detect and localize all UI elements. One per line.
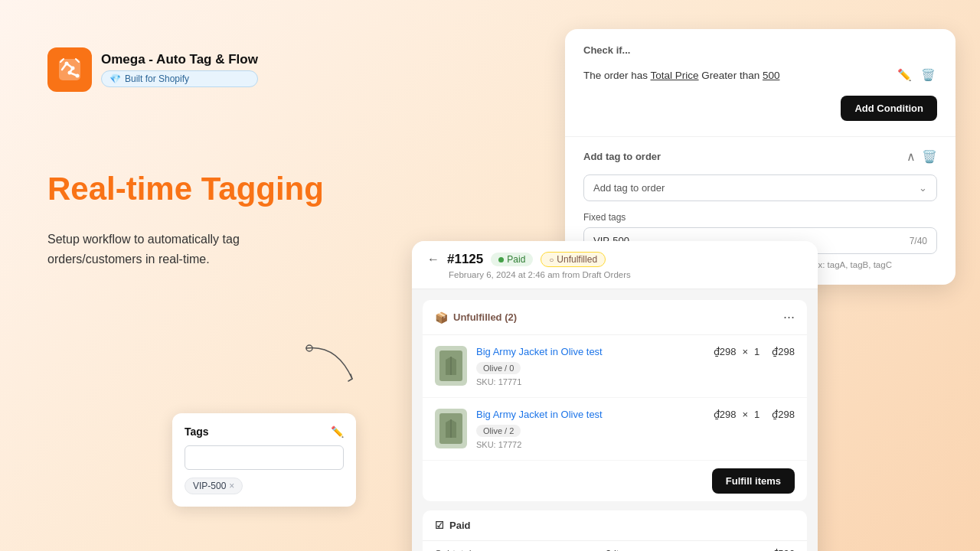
item-pricing-2: ₫298 × 1 ₫298 (714, 409, 795, 420)
diamond-icon: 💎 (109, 73, 121, 84)
edit-icon[interactable]: ✏️ (331, 425, 344, 438)
item-total-1: ₫298 (772, 346, 795, 357)
tags-input[interactable] (185, 445, 344, 470)
order-item: Big Army Jacket in Olive test Olive / 2 … (423, 398, 807, 461)
item-price-1: ₫298 (714, 346, 737, 357)
subtotal-items: 2 items (606, 548, 638, 551)
item-sku-2: SKU: 17772 (476, 440, 704, 449)
order-date: February 6, 2024 at 2:46 am from Draft O… (449, 270, 802, 279)
subtotal-row: Subtotal 2 items ₫596 (423, 541, 807, 551)
order-item: Big Army Jacket in Olive test Olive / 0 … (423, 335, 807, 398)
item-total-2: ₫298 (772, 409, 795, 420)
tag-chip-label: VIP-500 (193, 481, 226, 491)
paid-dot (498, 257, 504, 262)
item-multiply-1: × (742, 346, 748, 357)
tags-card-header: Tags ✏️ (185, 425, 344, 438)
order-number: #1125 (447, 252, 483, 267)
logo-text: Omega - Auto Tag & Flow 💎 Built for Shop… (101, 52, 258, 87)
subtotal-amount: ₫596 (772, 548, 795, 551)
fixed-tags-count: 7/40 (910, 236, 927, 246)
svg-point-3 (68, 71, 72, 75)
svg-point-4 (76, 74, 80, 78)
item-variant-1: Olive / 0 (476, 362, 521, 374)
add-tag-dropdown[interactable]: Add tag to order ⌄ (583, 174, 937, 201)
check-label: Check if... (583, 44, 937, 56)
tag-section-header: Add tag to order ∧ 🗑️ (583, 149, 937, 164)
unfulfilled-badge: ○ Unfulfilled (541, 252, 606, 267)
fulfill-items-button[interactable]: Fulfill items (712, 468, 795, 494)
main-headline: Real-time Tagging (47, 171, 324, 207)
tag-chip-area: VIP-500 × (185, 478, 344, 494)
paid-label: Paid (507, 254, 525, 265)
item-name-2[interactable]: Big Army Jacket in Olive test (476, 409, 704, 420)
subtotal-label: Subtotal (435, 548, 472, 551)
item-name-1[interactable]: Big Army Jacket in Olive test (476, 346, 704, 357)
item-qty-1: 1 (754, 346, 760, 357)
condition-actions: ✏️ 🗑️ (896, 67, 937, 83)
collapse-icon[interactable]: ∧ (906, 149, 916, 164)
fulfillment-footer: Fulfill items (423, 461, 807, 501)
back-arrow-icon[interactable]: ← (427, 253, 439, 266)
fixed-tags-label: Fixed tags (583, 212, 937, 223)
fulfillment-header: 📦 Unfulfilled (2) ··· (423, 300, 807, 335)
delete-tag-section-icon[interactable]: 🗑️ (922, 149, 937, 164)
app-title: Omega - Auto Tag & Flow (101, 52, 258, 67)
logo-area: Omega - Auto Tag & Flow 💎 Built for Shop… (47, 47, 258, 92)
payment-icon: ☑ (435, 520, 444, 531)
item-details-2: Big Army Jacket in Olive test Olive / 2 … (476, 409, 704, 449)
more-options-button[interactable]: ··· (783, 309, 795, 325)
fulfillment-title: 📦 Unfulfilled (2) (435, 311, 517, 324)
app-logo-icon (47, 47, 92, 92)
item-qty-2: 1 (754, 409, 760, 420)
order-body: 📦 Unfulfilled (2) ··· Big Army Jacket in… (412, 289, 818, 551)
item-image-1 (435, 346, 467, 386)
svg-point-1 (65, 62, 69, 66)
item-variant-2: Olive / 2 (476, 425, 521, 437)
item-image-2 (435, 409, 467, 448)
dropdown-arrow-icon: ⌄ (919, 182, 927, 194)
payment-header: ☑ Paid (423, 510, 807, 541)
add-tag-label: Add tag to order (583, 151, 661, 162)
paid-section-label: Paid (449, 520, 470, 531)
fulfill-icon: 📦 (435, 311, 448, 324)
add-condition-button[interactable]: Add Condition (841, 96, 937, 121)
remove-tag-icon[interactable]: × (229, 481, 234, 491)
unfulfilled-label: Unfulfilled (557, 254, 597, 265)
subtext: Setup workflow to automatically tag orde… (47, 230, 292, 269)
fulfillment-section: 📦 Unfulfilled (2) ··· Big Army Jacket in… (423, 300, 807, 501)
vip-tag-chip: VIP-500 × (185, 478, 243, 494)
condition-text: The order has Total Price Greater than 5… (583, 70, 779, 81)
order-card-header: ← #1125 Paid ○ Unfulfilled February 6, 2… (412, 241, 818, 289)
condition-field: Total Price (651, 70, 699, 81)
item-details-1: Big Army Jacket in Olive test Olive / 0 … (476, 346, 704, 386)
paid-badge: Paid (491, 253, 533, 266)
item-sku-1: SKU: 17771 (476, 377, 704, 386)
arrow-decoration (299, 337, 368, 401)
edit-condition-button[interactable]: ✏️ (896, 67, 913, 83)
shopify-badge: 💎 Built for Shopify (101, 70, 258, 87)
order-title-row: ← #1125 Paid ○ Unfulfilled (427, 252, 802, 267)
tags-card-title: Tags (185, 425, 209, 438)
condition-row: The order has Total Price Greater than 5… (583, 67, 937, 83)
tag-section-icons: ∧ 🗑️ (906, 149, 937, 164)
condition-value: 500 (763, 70, 780, 81)
unfulfilled-icon: ○ (549, 256, 554, 264)
item-price-2: ₫298 (714, 409, 737, 420)
payment-section: ☑ Paid Subtotal 2 items ₫596 Taxes Tax (… (423, 510, 807, 551)
check-section: Check if... The order has Total Price Gr… (565, 29, 956, 137)
svg-point-2 (71, 67, 75, 70)
order-card: ← #1125 Paid ○ Unfulfilled February 6, 2… (412, 241, 818, 551)
tags-card: Tags ✏️ VIP-500 × (172, 413, 356, 507)
delete-condition-button[interactable]: 🗑️ (920, 67, 937, 83)
item-multiply-2: × (742, 409, 748, 420)
item-pricing-1: ₫298 × 1 ₫298 (714, 346, 795, 357)
